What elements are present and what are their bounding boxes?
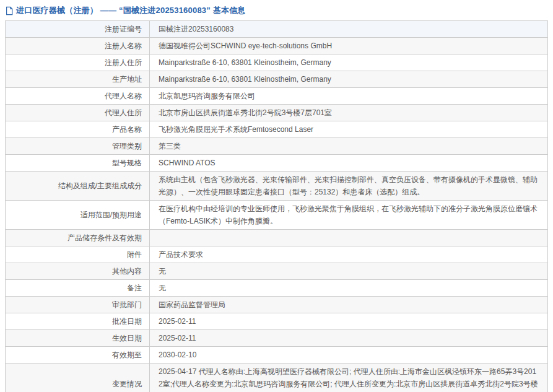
table-row: 注册人住所 Mainparkstraße 6-10, 63801 Kleinos… xyxy=(6,54,548,71)
row-label: 产品储存条件及有效期 xyxy=(6,230,150,246)
row-value: 在医疗机构中由经培训的专业医师使用，飞秒激光聚焦于角膜组织，在飞秒激光辅助下的准… xyxy=(150,201,548,230)
row-value: 德国视唯得公司SCHWIND eye-tech-solutions GmbH xyxy=(150,38,548,54)
table-row: 结构及组成/主要组成成分 系统由主机（包含飞秒激光器、光束传输部件、光束扫描控制… xyxy=(6,172,548,201)
row-label: 结构及组成/主要组成成分 xyxy=(6,172,150,201)
row-label: 审批部门 xyxy=(6,297,150,313)
row-value: Mainparkstraße 6-10, 63801 Kleinostheim,… xyxy=(150,71,548,88)
row-label: 型号规格 xyxy=(6,155,150,172)
row-label: 适用范围/预期用途 xyxy=(6,201,150,230)
table-row: 注册证编号 国械注进20253160083 xyxy=(6,21,548,38)
row-value: 系统由主机（包含飞秒激光器、光束传输部件、光束扫描控制部件、真空负压设备、带有摄… xyxy=(150,172,548,201)
document-icon xyxy=(5,6,14,15)
row-label: 注册人名称 xyxy=(6,38,150,54)
row-label: 代理人名称 xyxy=(6,88,150,105)
table-row: 审批部门 国家药品监督管理局 xyxy=(6,297,548,313)
row-value: 飞秒激光角膜屈光手术系统Femtosecond Laser xyxy=(150,121,548,138)
row-value: 2025-02-11 xyxy=(150,330,548,347)
info-table: 注册证编号 国械注进20253160083 注册人名称 德国视唯得公司SCHWI… xyxy=(5,20,548,392)
row-label: 管理类别 xyxy=(6,138,150,155)
row-label: 产品名称 xyxy=(6,121,150,138)
page-title: 进口医疗器械（注册） —— “国械注进20253160083” 基本信息 xyxy=(16,5,246,16)
table-row: 代理人住所 北京市房山区拱辰街道卓秀北街2号院3号楼7层701室 xyxy=(6,105,548,121)
row-value: Mainparkstraße 6-10, 63801 Kleinostheim,… xyxy=(150,54,548,71)
row-label: 其他内容 xyxy=(6,263,150,280)
row-label: 代理人住所 xyxy=(6,105,150,121)
table-row: 生产地址 Mainparkstraße 6-10, 63801 Kleinost… xyxy=(6,71,548,88)
row-label: 变更情况 xyxy=(6,364,150,392)
table-row: 其他内容 无 xyxy=(6,263,548,280)
table-row: 备注 无 xyxy=(6,280,548,297)
row-value: 2025-04-17 代理人名称由:上海高视明望医疗器械有限公司; 代理人住所由… xyxy=(150,364,548,392)
row-value xyxy=(150,230,548,246)
row-label: 备注 xyxy=(6,280,150,297)
row-value: 无 xyxy=(150,280,548,297)
row-label: 注册人住所 xyxy=(6,54,150,71)
row-label: 注册证编号 xyxy=(6,21,150,38)
row-value: 产品技术要求 xyxy=(150,246,548,263)
row-label: 附件 xyxy=(6,246,150,263)
row-value: 北京凯思玛咨询服务有限公司 xyxy=(150,88,548,105)
table-row: 有效期至 2030-02-10 xyxy=(6,347,548,364)
table-row: 产品储存条件及有效期 xyxy=(6,230,548,246)
row-value: 无 xyxy=(150,263,548,280)
table-row: 适用范围/预期用途 在医疗机构中由经培训的专业医师使用，飞秒激光聚焦于角膜组织，… xyxy=(6,201,548,230)
table-row: 注册人名称 德国视唯得公司SCHWIND eye-tech-solutions … xyxy=(6,38,548,54)
row-value: 国械注进20253160083 xyxy=(150,21,548,38)
row-label: 生产地址 xyxy=(6,71,150,88)
table-row: 附件 产品技术要求 xyxy=(6,246,548,263)
row-label: 生效日期 xyxy=(6,330,150,347)
row-value: SCHWIND ATOS xyxy=(150,155,548,172)
row-value: 2030-02-10 xyxy=(150,347,548,364)
title-bar: 进口医疗器械（注册） —— “国械注进20253160083” 基本信息 xyxy=(0,0,553,20)
table-row: 型号规格 SCHWIND ATOS xyxy=(6,155,548,172)
row-value: 2025-02-11 xyxy=(150,313,548,330)
table-row: 代理人名称 北京凯思玛咨询服务有限公司 xyxy=(6,88,548,105)
row-value: 国家药品监督管理局 xyxy=(150,297,548,313)
info-table-body: 注册证编号 国械注进20253160083 注册人名称 德国视唯得公司SCHWI… xyxy=(6,21,548,392)
row-value: 北京市房山区拱辰街道卓秀北街2号院3号楼7层701室 xyxy=(150,105,548,121)
table-row: 产品名称 飞秒激光角膜屈光手术系统Femtosecond Laser xyxy=(6,121,548,138)
row-label: 有效期至 xyxy=(6,347,150,364)
row-label: 批准日期 xyxy=(6,313,150,330)
table-row: 生效日期 2025-02-11 xyxy=(6,330,548,347)
table-row: 管理类别 第三类 xyxy=(6,138,548,155)
table-row: 批准日期 2025-02-11 xyxy=(6,313,548,330)
row-value: 第三类 xyxy=(150,138,548,155)
table-row: 变更情况 2025-04-17 代理人名称由:上海高视明望医疗器械有限公司; 代… xyxy=(6,364,548,392)
